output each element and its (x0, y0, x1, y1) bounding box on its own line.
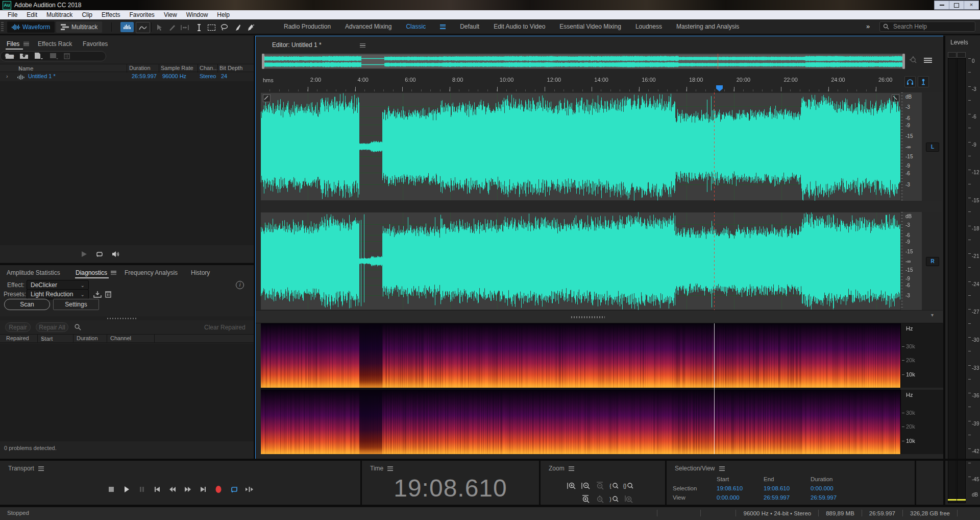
view-duration[interactable]: 26:59.997 (811, 494, 862, 501)
tab-effects-rack[interactable]: Effects Rack (38, 40, 72, 48)
diagnostics-splitter[interactable] (0, 316, 254, 320)
tab-diagnostics[interactable]: Diagnostics (76, 269, 107, 276)
zoom-in-time-button[interactable] (579, 493, 592, 505)
time-display[interactable]: 19:08.610 (362, 474, 539, 502)
diagnostics-menu-icon[interactable] (111, 271, 116, 275)
navigator-zoom-icon[interactable] (908, 55, 919, 66)
spectrogram-canvas[interactable] (261, 323, 900, 454)
channel-r-button[interactable]: R (926, 257, 939, 266)
pause-button[interactable] (136, 483, 148, 495)
view-end[interactable]: 26:59.997 (764, 494, 811, 501)
collapse-chevron-icon[interactable]: ▾ (931, 312, 934, 318)
expand-chevron-icon[interactable]: › (6, 73, 8, 79)
edit-boundary-icon-left[interactable] (263, 94, 271, 102)
effect-dropdown[interactable]: DeClicker⌄ (27, 280, 89, 290)
workspace-item[interactable]: Essential Video Mixing (559, 23, 621, 30)
selection-view-menu-icon[interactable] (719, 466, 725, 471)
pin-toggle-button[interactable] (918, 76, 929, 87)
repair-search-icon[interactable] (75, 324, 81, 330)
title-bar[interactable]: Au Adobe Audition CC 2018 × (0, 0, 980, 10)
import-file-icon[interactable] (19, 52, 30, 61)
selection-duration[interactable]: 0:00.000 (811, 485, 862, 491)
workspace-item[interactable]: Edit Audio to Video (494, 23, 545, 30)
navigator-right-handle[interactable] (902, 54, 905, 69)
marquee-selection-tool-icon[interactable] (207, 23, 216, 32)
level-meter-l[interactable] (948, 58, 957, 503)
zoom-reset-button[interactable] (622, 493, 634, 505)
tab-favorites[interactable]: Favorites (83, 40, 108, 48)
razor-tool-icon[interactable] (167, 23, 177, 32)
lasso-selection-tool-icon[interactable] (219, 23, 229, 32)
repair-list[interactable] (0, 343, 254, 441)
tab-amplitude-statistics[interactable]: Amplitude Statistics (7, 269, 60, 276)
zoom-in-at-in-point-button[interactable]: { (608, 480, 620, 491)
menu-item[interactable]: Multitrack (42, 11, 77, 18)
files-list[interactable] (0, 81, 254, 273)
workspace-menu-icon[interactable] (440, 25, 446, 29)
monitor-toggle-button[interactable] (904, 76, 916, 87)
stop-button[interactable] (105, 483, 117, 495)
time-menu-icon[interactable] (387, 466, 393, 471)
spectrogram-display[interactable] (261, 323, 900, 454)
zoom-menu-icon[interactable] (569, 466, 574, 471)
menu-item[interactable]: Window (182, 11, 213, 18)
channel-l-button[interactable]: L (926, 143, 939, 152)
tab-files[interactable]: Files (7, 40, 19, 48)
help-search-box[interactable] (879, 21, 975, 32)
waveform-mode-button[interactable]: Waveform (7, 21, 55, 33)
fast-forward-button[interactable] (182, 483, 194, 495)
zoom-in-amplitude-button[interactable] (565, 480, 577, 491)
workspace-item-active[interactable]: Classic (406, 23, 426, 30)
menu-item[interactable]: Effects (97, 11, 125, 18)
zoom-in-at-out-point-button[interactable]: ) (608, 493, 620, 505)
repair-button[interactable]: Repair (5, 322, 31, 332)
help-search-input[interactable] (892, 22, 966, 31)
selection-end[interactable]: 19:08.610 (764, 485, 811, 491)
trash-icon[interactable] (63, 52, 74, 61)
selection-start[interactable]: 19:08.610 (717, 485, 764, 491)
navigator-left-handle[interactable] (262, 54, 264, 69)
zoom-out-amplitude-button[interactable] (579, 480, 592, 491)
save-preset-icon[interactable] (93, 291, 102, 298)
presets-dropdown[interactable]: Light Reduction⌄ (27, 289, 89, 299)
transport-menu-icon[interactable] (38, 466, 44, 471)
zoom-to-selection-button[interactable]: {} (622, 480, 634, 491)
repair-all-button[interactable]: Repair All (36, 322, 68, 332)
timeline-ruler[interactable]: hms 2:004:006:008:0010:0012:0014:0016:00… (261, 72, 900, 91)
skip-to-start-button[interactable] (151, 483, 163, 495)
zoom-out-time-button[interactable] (594, 493, 606, 505)
spot-healing-brush-tool-icon[interactable] (246, 23, 256, 32)
repair-table-header[interactable]: Repaired Start ↑ Duration Channel (0, 334, 254, 343)
spectral-view-toggle[interactable] (136, 22, 150, 33)
files-table-header[interactable]: Name ↑ Duration Sample Rate Chan… Bit De… (0, 64, 254, 72)
workspace-item[interactable]: Mastering and Analysis (676, 23, 739, 30)
preview-play-icon[interactable] (81, 251, 87, 257)
tab-frequency-analysis[interactable]: Frequency Analysis (125, 269, 178, 276)
files-panel-menu-icon[interactable] (23, 42, 29, 46)
open-file-icon[interactable] (5, 52, 15, 61)
view-start[interactable]: 0:00.000 (717, 494, 764, 501)
loop-preview-icon[interactable] (95, 251, 104, 257)
save-export-icon[interactable] (49, 52, 59, 61)
workspace-overflow-chevron[interactable]: » (866, 22, 869, 30)
skip-selection-button[interactable] (243, 483, 255, 495)
autoplay-speaker-icon[interactable] (112, 251, 120, 257)
new-file-icon[interactable] (34, 52, 44, 61)
rewind-button[interactable] (166, 483, 179, 495)
workspace-item[interactable]: Loudness (635, 23, 662, 30)
edit-boundary-icon-right[interactable] (892, 94, 899, 102)
level-meter-r[interactable] (957, 58, 966, 503)
menu-item[interactable]: Help (212, 11, 234, 18)
overview-waveform[interactable] (262, 54, 905, 69)
paintbrush-selection-tool-icon[interactable] (232, 23, 242, 32)
menu-item[interactable]: File (3, 11, 22, 18)
workspace-item[interactable]: Default (460, 23, 479, 30)
waveform-view-toggle[interactable] (120, 22, 134, 32)
menu-item[interactable]: Edit (22, 11, 42, 18)
file-row[interactable]: › Untitled 1 * 26:59.997 96000 Hz Stereo… (0, 73, 254, 81)
zoom-out-full-button[interactable] (594, 480, 606, 491)
loop-playback-button[interactable] (228, 483, 240, 495)
editor-list-icon[interactable] (922, 55, 934, 66)
settings-button[interactable]: Settings (53, 299, 99, 310)
record-button[interactable] (212, 483, 225, 495)
